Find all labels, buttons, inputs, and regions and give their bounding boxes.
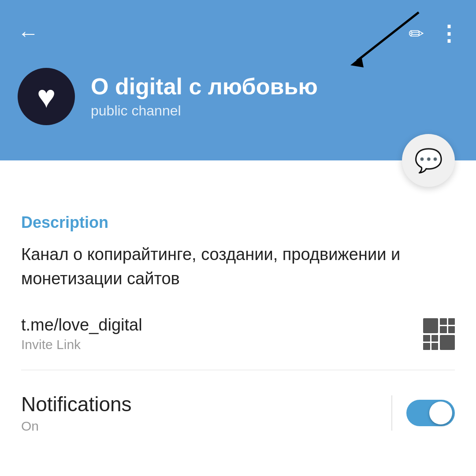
svg-marker-1 [350,56,364,67]
invite-link-info: t.me/love_digital Invite Link [21,316,142,352]
invite-link-row: t.me/love_digital Invite Link [21,316,455,352]
notifications-status: On [21,419,132,434]
channel-type: public channel [91,103,318,119]
toggle-knob [429,402,452,424]
description-label: Description [21,213,455,232]
back-button[interactable]: ← [18,23,39,44]
header-top-bar: ← ✏ ⋮ [18,21,458,46]
channel-name: О digital с любовью [91,74,318,99]
avatar-heart-icon: ♥ [37,81,56,112]
notifications-right [391,395,455,431]
invite-link-label: Invite Link [21,337,142,352]
header-actions: ✏ ⋮ [409,21,458,46]
content: Description Канал о копирайтинге, создан… [0,191,476,438]
channel-info: ♥ О digital с любовью public channel [18,68,458,125]
qr-block-tr [440,318,455,333]
invite-link-url[interactable]: t.me/love_digital [21,316,142,335]
chat-button[interactable]: 💬 [402,134,455,187]
vertical-divider [391,395,392,431]
more-options-icon[interactable]: ⋮ [438,21,458,46]
header: ← ✏ ⋮ ♥ О digital с любовью public chann… [0,0,476,160]
description-text: Канал о копирайтинге, создании, продвиже… [21,242,455,291]
qr-code-icon[interactable] [423,318,455,350]
notifications-toggle[interactable] [406,400,455,426]
avatar: ♥ [18,68,75,125]
edit-icon[interactable]: ✏ [409,23,424,45]
qr-block-bl [423,335,438,350]
notifications-row: Notifications On [21,388,455,438]
chat-bubble-icon: 💬 [414,147,443,174]
divider [21,370,455,370]
notifications-label: Notifications [21,392,132,416]
qr-block-br [440,335,455,350]
channel-text: О digital с любовью public channel [91,74,318,119]
notifications-info: Notifications On [21,392,132,434]
qr-block-tl [423,318,438,333]
